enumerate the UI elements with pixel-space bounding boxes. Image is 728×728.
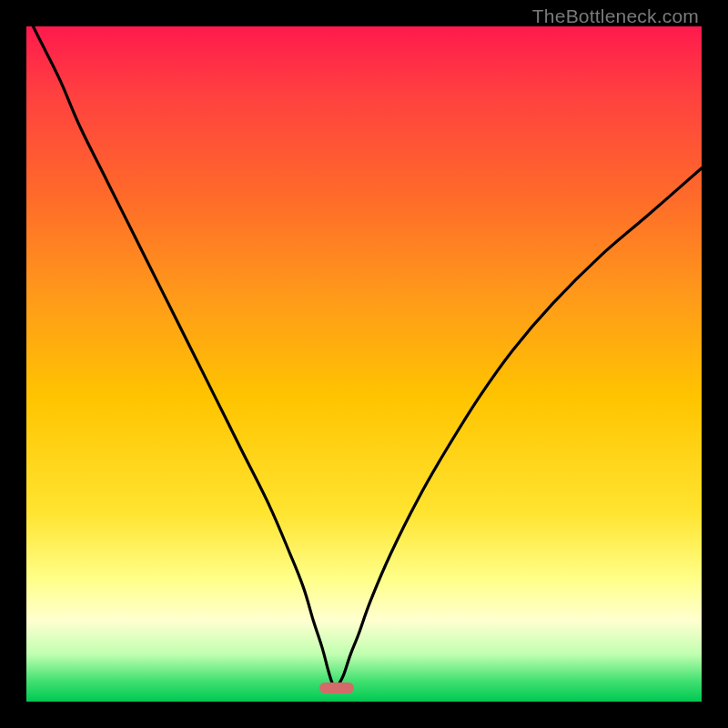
optimal-marker bbox=[319, 682, 354, 693]
curve-layer bbox=[26, 26, 702, 702]
bottleneck-curve bbox=[26, 26, 702, 688]
watermark-text: TheBottleneck.com bbox=[532, 5, 699, 27]
